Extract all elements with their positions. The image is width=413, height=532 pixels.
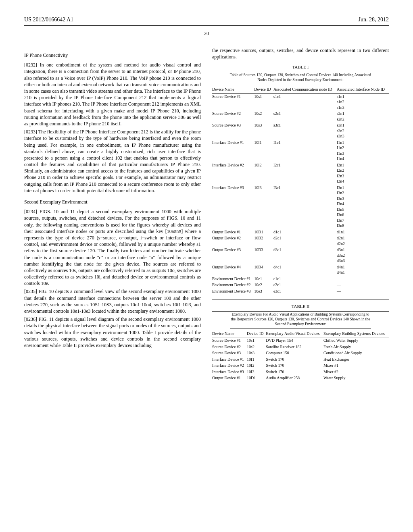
table-row: Environment Device #310e3e3c1— <box>212 288 389 295</box>
table-cell: s3c1 <box>273 122 337 139</box>
table-1: Device Name Device ID Associated Communi… <box>212 86 389 294</box>
table-row: Source Device #310s3s3c1s3n1 s3n2 s3n3 <box>212 122 389 139</box>
table-cell: 10s1 <box>254 93 273 110</box>
table-cell: Output Device #2 <box>212 235 254 247</box>
table-cell: 10s3 <box>254 122 273 139</box>
table-row: Output Device #410D4d4c1d4n1 d4n1 <box>212 264 389 276</box>
table-cell: 10s3 <box>247 350 266 356</box>
publication-number: US 2012/0166642 A1 <box>24 16 73 24</box>
table-cell: 10e3 <box>254 288 273 295</box>
table-cell: I3n1 I3n2 I3n3 I3n4 I3n5 I3n6 I3n7 I3n8 <box>337 185 389 229</box>
table-cell: Interface Device #2 <box>212 162 254 185</box>
table-cell: Environment Device #1 <box>212 276 254 282</box>
table-cell: Output Device #1 <box>212 229 254 235</box>
table-cell: Source Device #1 <box>212 337 247 344</box>
table-cell: Source Device #3 <box>212 122 254 139</box>
table-cell: 10I2 <box>247 362 266 369</box>
table-cell: d4c1 <box>273 264 337 276</box>
table-cell: Switch 170 <box>266 369 323 375</box>
table-cell: Fresh Air Supply <box>323 344 389 350</box>
page-header: US 2012/0166642 A1 Jun. 28, 2012 <box>24 16 389 26</box>
table-cell: — <box>337 276 389 282</box>
table-cell: s2n1 s2n2 <box>337 110 389 122</box>
table-cell: s3n1 s3n2 s3n3 <box>337 122 389 139</box>
table-cell: Switch 170 <box>266 356 323 363</box>
table-cell: Interface Device #1 <box>212 356 247 363</box>
table-cell: 10I3 <box>247 369 266 375</box>
table-cell: DVD Player 154 <box>266 337 323 344</box>
table-cell: I2n1 I2n2 I2n3 I2n4 <box>337 162 389 185</box>
page-number: 20 <box>24 30 389 37</box>
publication-date: Jun. 28, 2012 <box>359 16 389 24</box>
table-cell: 10I3 <box>254 185 273 229</box>
table-cell: 10D1 <box>247 375 266 381</box>
continuation-paragraph: the respective sources, outputs, switche… <box>212 47 389 60</box>
table-cell: 10I2 <box>254 162 273 185</box>
table-cell: d3n1 d3n2 d3n3 <box>337 247 389 264</box>
table-cell: Heat Exchanger <box>323 356 389 363</box>
table-cell: d1n1 <box>337 229 389 235</box>
table-row: Interface Device #210I2Switch 170Mixer #… <box>212 362 389 369</box>
table-cell: Water Supply <box>323 375 389 381</box>
table-1-h2: Associated Communication node ID <box>273 86 337 93</box>
paragraph-0232: [0232] In one embodiment of the system a… <box>24 62 201 127</box>
table-cell: 10s1 <box>247 337 266 344</box>
table-cell: Environment Device #2 <box>212 282 254 288</box>
table-cell: e3c1 <box>273 288 337 295</box>
table-row: Source Device #110s1DVD Player 154Chille… <box>212 337 389 344</box>
table-1-h3: Associated Interface Node ID <box>337 86 389 93</box>
table-1-h1: Device ID <box>254 86 273 93</box>
paragraph-0236: [0236] FIG. 11 depicts a signal level di… <box>24 316 201 349</box>
table-1-label: TABLE I <box>212 64 389 70</box>
table-cell: I3c1 <box>273 185 337 229</box>
table-cell: e1c1 <box>273 276 337 282</box>
table-cell: Source Device #1 <box>212 93 254 110</box>
table-row: Output Device #110D1Audio Amplifier 258W… <box>212 375 389 381</box>
right-column: the respective sources, outputs, switche… <box>212 47 389 386</box>
table-cell: d2c1 <box>273 235 337 247</box>
table-cell: d2n1 d2n2 <box>337 235 389 247</box>
table-cell: d3c1 <box>273 247 337 264</box>
table-cell: d4n1 d4n1 <box>337 264 389 276</box>
table-cell: Interface Device #3 <box>212 185 254 229</box>
table-cell: Satellite Receiver 182 <box>266 344 323 350</box>
table-row: Environment Device #110e1e1c1— <box>212 276 389 282</box>
left-column: IP Phone Connectivity [0232] In one embo… <box>24 47 201 386</box>
table-row: Source Device #210s2s2c1s2n1 s2n2 <box>212 110 389 122</box>
paragraph-0233: [0233] The flexibility of the IP Phone I… <box>24 129 201 194</box>
table-cell: 10s2 <box>247 344 266 350</box>
table-cell: Source Device #2 <box>212 344 247 350</box>
table-cell: Interface Device #3 <box>212 369 247 375</box>
table-cell: I1n1 I1n2 I1n3 I1n4 <box>337 139 389 162</box>
table-row: Source Device #110s1s1c1s1n1 s1n2 s1n3 <box>212 93 389 110</box>
table-cell: s1c1 <box>273 93 337 110</box>
table-2-h1: Device ID <box>247 330 266 337</box>
table-row: Output Device #110D1d1c1d1n1 <box>212 229 389 235</box>
two-column-body: IP Phone Connectivity [0232] In one embo… <box>24 47 389 386</box>
table-cell: Source Device #3 <box>212 350 247 356</box>
table-row: Interface Device #110I1I1c1I1n1 I1n2 I1n… <box>212 139 389 162</box>
table-row: Interface Device #210I2I2c1I2n1 I2n2 I2n… <box>212 162 389 185</box>
table-1-h0: Device Name <box>212 86 254 93</box>
table-cell: 10I1 <box>247 356 266 363</box>
table-row: Output Device #210D2d2c1d2n1 d2n2 <box>212 235 389 247</box>
rule <box>212 299 389 299</box>
section-heading-second-env: Second Exemplary Environment <box>24 199 201 205</box>
table-cell: 10s2 <box>254 110 273 122</box>
table-2-caption: Exemplary Devices For Audio Visual Appli… <box>230 312 371 328</box>
table-2: Device Name Device ID Exemplary Audio Vi… <box>212 330 389 381</box>
table-cell: Computer 150 <box>266 350 323 356</box>
table-cell: Mixer #1 <box>323 362 389 369</box>
rule <box>212 311 389 312</box>
table-row: Output Device #310D3d3c1d3n1 d3n2 d3n3 <box>212 247 389 264</box>
table-2-h2: Exemplary Audio Visual Devices <box>266 330 323 337</box>
table-cell: s1n1 s1n2 s1n3 <box>337 93 389 110</box>
table-cell: Interface Device #1 <box>212 139 254 162</box>
table-cell: I2c1 <box>273 162 337 185</box>
table-cell: Output Device #4 <box>212 264 254 276</box>
table-2-label: TABLE II <box>212 303 389 310</box>
table-cell: 10e1 <box>254 276 273 282</box>
table-cell: 10D1 <box>254 229 273 235</box>
table-cell: e2c1 <box>273 282 337 288</box>
table-row: Interface Device #310I3I3c1I3n1 I3n2 I3n… <box>212 185 389 229</box>
